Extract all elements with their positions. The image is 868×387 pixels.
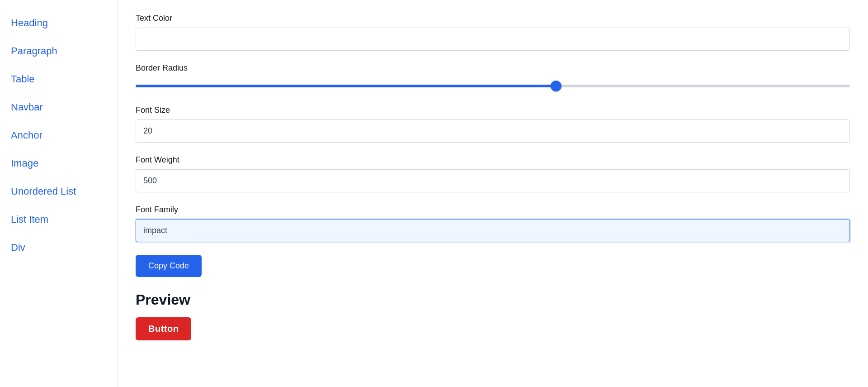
sidebar-item-heading[interactable]: Heading [0, 9, 117, 37]
sidebar-item-anchor[interactable]: Anchor [0, 121, 117, 149]
preview-button[interactable]: Button [136, 317, 191, 340]
sidebar-item-div[interactable]: Div [0, 234, 117, 262]
font-size-input[interactable] [136, 119, 850, 143]
preview-section: Preview Button [136, 291, 850, 340]
border-radius-group: Border Radius [136, 63, 850, 93]
font-family-label: Font Family [136, 205, 850, 215]
font-weight-group: Font Weight [136, 155, 850, 192]
preview-label: Preview [136, 291, 850, 308]
font-family-input[interactable] [136, 219, 850, 242]
text-color-input[interactable] [136, 28, 850, 51]
sidebar-item-paragraph[interactable]: Paragraph [0, 37, 117, 65]
sidebar-item-unordered-list[interactable]: Unordered List [0, 177, 117, 205]
sidebar-item-table[interactable]: Table [0, 65, 117, 93]
font-family-group: Font Family [136, 205, 850, 242]
font-weight-label: Font Weight [136, 155, 850, 165]
main-content: Text Color Border Radius Font Size Font … [118, 0, 868, 387]
sidebar-item-list-item[interactable]: List Item [0, 205, 117, 234]
border-radius-slider-container [136, 77, 850, 93]
border-radius-label: Border Radius [136, 63, 850, 73]
sidebar-item-image[interactable]: Image [0, 149, 117, 177]
text-color-label: Text Color [136, 14, 850, 23]
sidebar: Heading Paragraph Table Navbar Anchor Im… [0, 0, 118, 387]
text-color-group: Text Color [136, 14, 850, 51]
font-size-label: Font Size [136, 105, 850, 115]
sidebar-item-navbar[interactable]: Navbar [0, 93, 117, 121]
font-weight-input[interactable] [136, 169, 850, 192]
font-size-group: Font Size [136, 105, 850, 143]
border-radius-slider[interactable] [136, 85, 850, 87]
copy-code-button[interactable]: Copy Code [136, 255, 202, 277]
